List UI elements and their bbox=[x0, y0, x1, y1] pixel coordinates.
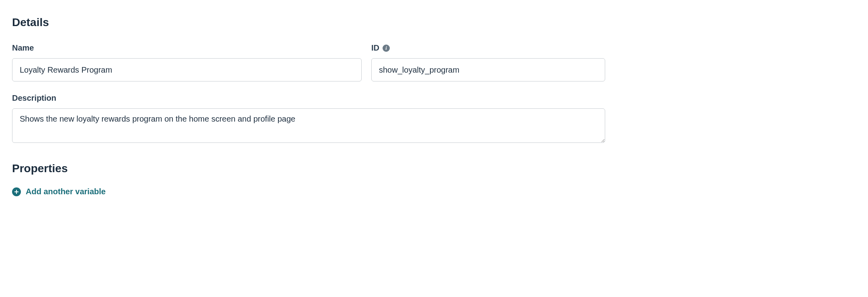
add-variable-button[interactable]: Add another variable bbox=[12, 187, 106, 196]
name-field-group: Name bbox=[12, 43, 362, 81]
id-field-group: ID i bbox=[371, 43, 605, 81]
description-input[interactable] bbox=[12, 108, 605, 143]
plus-circle-icon bbox=[12, 187, 21, 196]
description-field-group: Description bbox=[12, 94, 605, 143]
details-heading: Details bbox=[12, 16, 856, 29]
properties-heading: Properties bbox=[12, 162, 856, 175]
name-label: Name bbox=[12, 43, 362, 53]
add-variable-label: Add another variable bbox=[26, 187, 106, 196]
id-label-text: ID bbox=[371, 43, 379, 53]
name-input[interactable] bbox=[12, 58, 362, 81]
details-row-1: Name ID i bbox=[12, 43, 856, 81]
id-input[interactable] bbox=[371, 58, 605, 81]
info-icon[interactable]: i bbox=[383, 45, 390, 52]
description-label: Description bbox=[12, 94, 605, 103]
id-label: ID i bbox=[371, 43, 605, 53]
